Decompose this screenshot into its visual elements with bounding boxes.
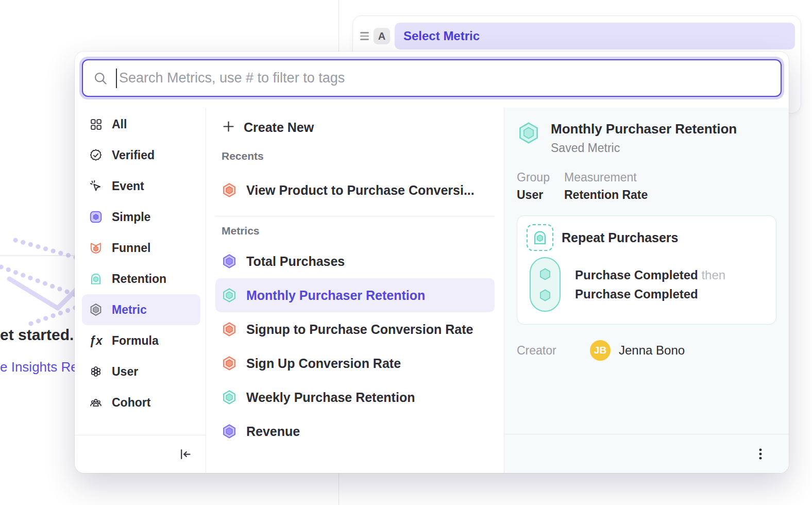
recents-heading: Recents xyxy=(222,150,495,162)
row-letter-badge[interactable]: A xyxy=(374,28,390,44)
verified-badge-icon xyxy=(89,148,103,162)
metric-item-weekly-purchase-retention[interactable]: Weekly Purchase Retention xyxy=(215,380,495,414)
metric-item-sign-up-conversion[interactable]: Sign Up Conversion Rate xyxy=(215,346,495,380)
sidebar-item-label: Simple xyxy=(112,210,150,224)
retention-steps-capsule xyxy=(530,257,561,312)
sidebar-item-metric[interactable]: Metric xyxy=(82,294,200,325)
measurement-label: Measurement xyxy=(564,171,648,184)
group-value: User xyxy=(517,188,552,202)
metric-item-label: Sign Up Conversion Rate xyxy=(246,356,401,371)
collapse-left-icon[interactable] xyxy=(178,447,192,461)
sidebar-footer xyxy=(75,435,206,473)
group-label: Group xyxy=(517,171,552,184)
sidebar-item-user[interactable]: User xyxy=(82,356,200,387)
metric-item-label: Revenue xyxy=(246,424,300,439)
definition-card: Repeat Purchasers xyxy=(517,215,776,325)
metric-details-panel: Monthly Purchaser Retention Saved Metric… xyxy=(504,108,789,473)
results-list: Create New Recents View Product to Purch… xyxy=(206,108,504,473)
metrics-heading: Metrics xyxy=(222,225,495,237)
measurement-value: Retention Rate xyxy=(564,188,648,202)
step-2-event: Purchase Completed xyxy=(575,287,698,301)
sidebar-item-funnel[interactable]: Funnel xyxy=(82,232,200,263)
sidebar-item-label: Funnel xyxy=(112,241,150,255)
sidebar-item-label: Verified xyxy=(112,148,155,162)
search-area xyxy=(75,52,789,99)
sidebar-item-label: Cohort xyxy=(112,396,150,410)
create-new-label: Create New xyxy=(244,120,314,135)
create-new-button[interactable]: Create New xyxy=(215,113,495,142)
metric-icon-salmon xyxy=(222,322,237,337)
metric-item-label: Total Purchases xyxy=(246,254,345,269)
details-footer xyxy=(504,434,789,473)
sidebar-item-all[interactable]: All xyxy=(82,109,200,140)
search-focus-ring xyxy=(79,57,784,99)
metric-icon-purple xyxy=(222,254,237,269)
search-input[interactable] xyxy=(119,70,770,86)
metric-item-signup-to-purchase[interactable]: Signup to Purchase Conversion Rate xyxy=(215,312,495,346)
metric-icon-purple xyxy=(222,424,237,439)
sidebar-item-label: All xyxy=(112,117,127,131)
category-sidebar: All Verified xyxy=(75,108,206,473)
insights-report-link-fragment[interactable]: e Insights Re xyxy=(0,359,78,375)
creator-name: Jenna Bono xyxy=(619,343,685,358)
more-options-icon[interactable] xyxy=(754,447,767,461)
step-hexagon-icon xyxy=(538,288,552,302)
sidebar-item-verified[interactable]: Verified xyxy=(82,140,200,171)
metric-item-label: Weekly Purchase Retention xyxy=(246,390,415,405)
metric-picker-modal: All Verified xyxy=(75,52,789,473)
retention-metric-icon xyxy=(89,272,103,285)
sidebar-item-retention[interactable]: Retention xyxy=(82,263,200,294)
onboarding-headline-fragment: et started. xyxy=(0,326,74,344)
retention-definition-icon xyxy=(527,224,553,251)
definition-name: Repeat Purchasers xyxy=(562,230,679,245)
cohort-icon xyxy=(89,396,103,409)
simple-metric-icon xyxy=(89,210,103,224)
search-field[interactable] xyxy=(82,59,782,97)
text-caret xyxy=(116,69,117,88)
funnel-metric-icon xyxy=(89,241,103,255)
metric-item-label: Monthly Purchaser Retention xyxy=(246,288,425,303)
sidebar-item-label: Metric xyxy=(112,303,147,317)
metric-item-monthly-purchaser-retention[interactable]: Monthly Purchaser Retention xyxy=(215,278,495,312)
saved-metric-teal-icon xyxy=(517,121,540,145)
creator-avatar: JB xyxy=(590,340,611,361)
select-metric-button[interactable]: Select Metric xyxy=(395,23,795,49)
user-profile-icon xyxy=(89,365,103,378)
sidebar-item-simple[interactable]: Simple xyxy=(82,201,200,232)
plus-icon xyxy=(222,120,235,136)
search-icon xyxy=(93,71,108,86)
select-metric-label: Select Metric xyxy=(403,29,480,43)
metric-item-total-purchases[interactable]: Total Purchases xyxy=(215,244,495,278)
sidebar-item-label: Retention xyxy=(112,272,166,286)
creator-label: Creator xyxy=(517,344,590,358)
grid-all-icon xyxy=(89,117,103,131)
step-hexagon-icon xyxy=(538,267,552,281)
step-1-event: Purchase Completed xyxy=(575,268,698,282)
formula-icon: ƒx xyxy=(89,334,103,347)
list-divider xyxy=(215,216,495,216)
metric-info: Group User Measurement Retention Rate xyxy=(517,171,776,202)
metric-item-revenue[interactable]: Revenue xyxy=(215,414,495,448)
saved-metric-icon xyxy=(89,303,103,316)
sidebar-item-cohort[interactable]: Cohort xyxy=(82,387,200,418)
event-cursor-icon xyxy=(89,179,103,193)
sidebar-item-label: Formula xyxy=(112,334,159,348)
recent-item-label: View Product to Purchase Conversi... xyxy=(246,183,475,198)
metric-icon-salmon xyxy=(222,356,237,371)
funnel-metric-icon xyxy=(222,182,237,198)
details-title: Monthly Purchaser Retention xyxy=(551,121,737,137)
metric-item-label: Signup to Purchase Conversion Rate xyxy=(246,322,473,337)
sidebar-item-label: User xyxy=(112,365,138,379)
sidebar-item-label: Event xyxy=(112,179,144,193)
step-connector: then xyxy=(701,268,725,282)
metric-icon-teal xyxy=(222,390,237,405)
recent-item[interactable]: View Product to Purchase Conversi... xyxy=(215,174,495,207)
creator-row: Creator JB Jenna Bono xyxy=(517,340,776,361)
metric-icon-teal xyxy=(222,288,237,303)
sidebar-item-formula[interactable]: ƒx Formula xyxy=(82,325,200,356)
sidebar-item-event[interactable]: Event xyxy=(82,171,200,201)
drag-handle-icon[interactable] xyxy=(360,32,369,40)
details-subtitle: Saved Metric xyxy=(551,141,737,155)
metric-query-row: A Select Metric xyxy=(359,23,795,49)
